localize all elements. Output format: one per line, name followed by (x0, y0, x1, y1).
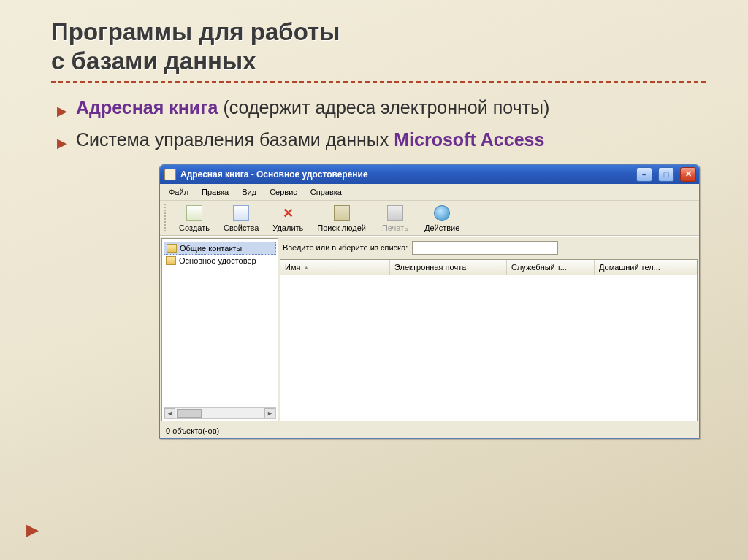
menu-help[interactable]: Справка (305, 186, 348, 198)
toolbar: Создать Свойства ✕ Удалить Поиск людей П… (160, 201, 699, 236)
maximize-icon: □ (664, 170, 669, 179)
tree-item-main-identity[interactable]: Основное удостовер (164, 255, 276, 266)
tool-action-label: Действие (424, 223, 459, 232)
bullet-marker-icon: ▶ (57, 102, 67, 120)
scroll-thumb[interactable] (177, 409, 202, 418)
scroll-left-button[interactable]: ◄ (164, 408, 175, 418)
action-icon (434, 205, 450, 221)
filter-label: Введите или выберите из списка: (283, 243, 408, 252)
title-line-2: с базами данных (51, 47, 256, 74)
tree-item-label: Основное удостовер (179, 256, 256, 265)
grid-header: Имя Электронная почта Служебный т... Дом… (280, 260, 697, 275)
delete-icon: ✕ (280, 205, 296, 221)
folder-icon (166, 256, 176, 265)
close-icon: ✕ (685, 169, 692, 179)
tool-delete-label: Удалить (272, 223, 303, 232)
scroll-track[interactable] (175, 408, 264, 418)
bullet-text: Система управления базами данных Microso… (76, 128, 544, 153)
folder-icon (167, 244, 177, 253)
app-icon (164, 169, 176, 180)
status-text: 0 объекта(-ов) (166, 426, 219, 435)
close-button[interactable]: ✕ (680, 167, 696, 182)
bullet-plain: Система управления базами данных (76, 129, 394, 150)
slide-footer-marker-icon: ▶ (26, 521, 39, 540)
bullet-item: ▶ Система управления базами данных Micro… (57, 128, 706, 153)
tool-find-label: Поиск людей (317, 223, 366, 232)
filter-input[interactable] (412, 241, 558, 255)
column-email[interactable]: Электронная почта (390, 260, 507, 275)
maximize-button[interactable]: □ (658, 167, 674, 182)
grid-body-empty (280, 275, 697, 421)
new-contact-icon (186, 205, 202, 221)
column-home[interactable]: Домашний тел... (595, 260, 697, 275)
tool-delete-button[interactable]: ✕ Удалить (267, 204, 308, 234)
minimize-button[interactable]: – (636, 167, 652, 182)
bullet-list: ▶ Адресная книга (содержит адреса электр… (57, 96, 706, 153)
title-line-1: Программы для работы (51, 18, 340, 45)
statusbar: 0 объекта(-ов) (160, 423, 699, 438)
horizontal-scrollbar[interactable]: ◄ ► (164, 407, 276, 419)
tool-print-label: Печать (382, 223, 408, 232)
tool-properties-button[interactable]: Свойства (219, 204, 263, 234)
tool-create-label: Создать (179, 223, 210, 232)
bullet-text: Адресная книга (содержит адреса электрон… (76, 96, 549, 120)
menu-file[interactable]: Файл (163, 186, 194, 198)
slide-title: Программы для работы с базами данных (51, 18, 706, 83)
tool-create-button[interactable]: Создать (174, 204, 215, 234)
find-people-icon (334, 205, 350, 221)
tool-find-button[interactable]: Поиск людей (313, 204, 370, 234)
print-icon (387, 205, 403, 221)
column-work[interactable]: Служебный т... (507, 260, 595, 275)
window-title: Адресная книга - Основное удостоверение (180, 169, 630, 180)
column-name[interactable]: Имя (280, 260, 390, 275)
bullet-highlight: Адресная книга (76, 97, 218, 118)
properties-icon (233, 205, 249, 221)
tree-item-shared-contacts[interactable]: Общие контакты (164, 242, 276, 255)
tool-print-button[interactable]: Печать (375, 204, 416, 234)
tree-item-label: Общие контакты (180, 244, 242, 253)
tool-properties-label: Свойства (224, 223, 259, 232)
tool-action-button[interactable]: Действие (420, 204, 464, 234)
bullet-rest: (содержит адреса электронной почты) (218, 97, 550, 118)
menu-edit[interactable]: Правка (196, 186, 234, 198)
contacts-grid: Имя Электронная почта Служебный т... Дом… (280, 259, 698, 421)
bullet-highlight: Microsoft Access (394, 129, 544, 150)
menu-tools[interactable]: Сервис (264, 186, 303, 198)
menu-view[interactable]: Вид (236, 186, 262, 198)
toolbar-grip-icon (164, 204, 168, 231)
bullet-marker-icon: ▶ (57, 134, 67, 152)
menubar: Файл Правка Вид Сервис Справка (160, 184, 699, 201)
titlebar[interactable]: Адресная книга - Основное удостоверение … (160, 165, 699, 184)
minimize-icon: – (642, 170, 646, 179)
folder-tree[interactable]: Общие контакты Основное удостовер ◄ ► (161, 238, 278, 421)
bullet-item: ▶ Адресная книга (содержит адреса электр… (57, 96, 706, 120)
address-book-window: Адресная книга - Основное удостоверение … (159, 164, 700, 439)
scroll-right-button[interactable]: ► (264, 408, 275, 418)
